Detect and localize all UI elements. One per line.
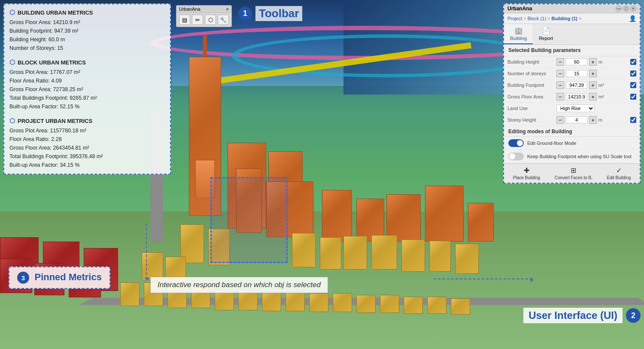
breadcrumb-sep3: > bbox=[579, 16, 581, 21]
building-tab-label: Building bbox=[510, 36, 527, 41]
param-check-storey-height[interactable] bbox=[630, 117, 636, 123]
param-value-height[interactable]: 60 bbox=[566, 58, 587, 65]
param-decrement-storeys[interactable]: − bbox=[556, 70, 564, 77]
ground-floor-mode-label: Edit Ground-floor Mode bbox=[527, 141, 576, 146]
ui-annotation-num: 2 bbox=[626, 308, 641, 323]
edit-building-label: Edit Building bbox=[607, 175, 631, 180]
toolbar-buttons: ▤ ✏ ⬡ 🔧 bbox=[176, 13, 231, 27]
project-metrics-title: ⬡ PROJECT URBAN METRICS bbox=[9, 117, 165, 125]
ui-annotation-label: User Interface (UI) bbox=[523, 308, 623, 323]
interactive-to-ui-arrow bbox=[434, 279, 532, 279]
building-metrics-icon: ⬡ bbox=[9, 9, 15, 16]
breadcrumb-building[interactable]: Building (1) bbox=[552, 16, 578, 21]
param-value-footprint[interactable]: 947.39 bbox=[566, 82, 587, 89]
toolbar-annotation: 1 Toolbar bbox=[238, 6, 302, 21]
param-label-height: Building Height bbox=[507, 59, 555, 64]
toolbar-btn-2[interactable]: ✏ bbox=[192, 15, 203, 25]
toolbar-annotation-label: Toolbar bbox=[255, 6, 302, 21]
building-metric-2: Building Footprint: 947.39 m² bbox=[9, 27, 165, 35]
ui-panel: UrbanAna — □ × Project > Block (1) > Bui… bbox=[503, 3, 641, 184]
param-value-storey-height[interactable]: 4 bbox=[566, 116, 587, 123]
panel-app-name: UrbanAna bbox=[507, 6, 532, 12]
block-metric-1: Gross Plot Area: 17767.07 m² bbox=[9, 68, 165, 77]
param-check-storeys[interactable] bbox=[630, 70, 636, 77]
panel-maximize-btn[interactable]: □ bbox=[623, 6, 629, 12]
project-metrics-icon: ⬡ bbox=[9, 117, 15, 125]
param-decrement-height[interactable]: − bbox=[556, 58, 564, 66]
convert-faces-btn[interactable]: ⊞ Convert Faces to B. bbox=[555, 166, 592, 180]
param-row-gfa: Gross Floor Area − 14210.9 + m² bbox=[504, 91, 640, 103]
param-increment-footprint[interactable]: + bbox=[589, 81, 597, 89]
param-value-storeys[interactable]: 15 bbox=[566, 70, 587, 77]
param-decrement-storey-height[interactable]: − bbox=[556, 116, 564, 124]
building-metric-4: Number of Storeys: 15 bbox=[9, 44, 165, 52]
selected-building-params-title: Selected Building parameters bbox=[504, 45, 640, 56]
toggle-keep-footprint[interactable] bbox=[508, 153, 524, 160]
project-metric-5: Built-up Area Factor: 34.15 % bbox=[9, 161, 165, 169]
interactive-label-text: Interactive respond based on which obj i… bbox=[158, 281, 321, 289]
toggle-knob-keep-footprint bbox=[509, 153, 515, 159]
breadcrumb-sep2: > bbox=[547, 16, 550, 21]
breadcrumb-block[interactable]: Block (1) bbox=[528, 16, 546, 21]
param-decrement-gfa[interactable]: − bbox=[556, 93, 564, 101]
block-metric-5: Built-up Area Factor: 52.15 % bbox=[9, 102, 165, 111]
project-metric-2: Floor Area Ratio: 2.28 bbox=[9, 135, 165, 144]
breadcrumb-project[interactable]: Project bbox=[507, 16, 522, 21]
place-building-btn[interactable]: ✚ Place Building bbox=[513, 166, 540, 180]
edit-mode-ground-floor: Edit Ground-floor Mode bbox=[504, 137, 640, 150]
building-metrics-section: ⬡ BUILDING URBAN METRICS Gross Floor Are… bbox=[9, 9, 165, 52]
param-row-building-height: Building Height − 60 + m bbox=[504, 56, 640, 68]
param-dropdown-landuse[interactable]: High Rise Low Rise Mixed Use Commercial bbox=[556, 104, 595, 112]
param-increment-height[interactable]: + bbox=[589, 58, 597, 66]
panel-breadcrumb: Project > Block (1) > Building (1) > 👤 bbox=[504, 13, 640, 24]
param-increment-storeys[interactable]: + bbox=[589, 70, 597, 77]
toggle-knob-ground-floor bbox=[517, 140, 523, 146]
keep-footprint-mode-label: Keep Building Footprint when using SU Sc… bbox=[527, 154, 632, 159]
report-tab-icon: 📄 bbox=[542, 27, 550, 35]
panel-close-btn[interactable]: × bbox=[630, 6, 636, 12]
param-increment-gfa[interactable]: + bbox=[589, 93, 597, 101]
param-unit-storey-height: m bbox=[598, 117, 608, 122]
param-row-footprint: Building Footprint − 947.39 + m² bbox=[504, 80, 640, 91]
building-metrics-title: ⬡ BUILDING URBAN METRICS bbox=[9, 9, 165, 16]
interactive-respond-label: Interactive respond based on which obj i… bbox=[150, 277, 328, 293]
toggle-ground-floor[interactable] bbox=[508, 139, 524, 147]
param-row-storey-height: Storey Height − 4 + m bbox=[504, 114, 640, 126]
pinned-metrics-label: 3 Pinned Metrics bbox=[9, 266, 110, 289]
param-unit-footprint: m² bbox=[598, 83, 608, 88]
toolbar-window: UrbanAna × ▤ ✏ ⬡ 🔧 bbox=[176, 5, 232, 27]
param-check-footprint[interactable] bbox=[630, 82, 636, 88]
panel-window-buttons: — □ × bbox=[616, 6, 636, 12]
project-metric-3: Gross Floor Area: 2643454.81 m² bbox=[9, 144, 165, 152]
convert-faces-icon: ⊞ bbox=[571, 166, 576, 174]
tab-building[interactable]: 🏢 Building bbox=[504, 24, 533, 44]
project-metric-1: Gross Plot Area: 1157780.18 m² bbox=[9, 126, 165, 135]
edit-building-btn[interactable]: ✓ Edit Building bbox=[607, 166, 631, 180]
block-metric-3: Gross Floor Area: 72738.25 m² bbox=[9, 85, 165, 94]
param-check-height[interactable] bbox=[630, 59, 636, 65]
tab-report[interactable]: 📄 Report bbox=[533, 24, 559, 44]
toolbar-btn-1[interactable]: ▤ bbox=[179, 15, 190, 25]
param-unit-gfa: m² bbox=[598, 94, 608, 99]
panel-minimize-btn[interactable]: — bbox=[616, 6, 622, 12]
pinned-text: Pinned Metrics bbox=[34, 272, 101, 282]
panel-tabs: 🏢 Building 📄 Report bbox=[504, 24, 640, 45]
toolbar-btn-3[interactable]: ⬡ bbox=[205, 15, 216, 25]
panel-title-bar: UrbanAna — □ × bbox=[504, 4, 640, 13]
param-decrement-footprint[interactable]: − bbox=[556, 81, 564, 89]
toolbar-close-btn[interactable]: × bbox=[226, 6, 229, 12]
building-tab-icon: 🏢 bbox=[514, 27, 523, 35]
param-check-gfa[interactable] bbox=[630, 94, 636, 100]
toolbar-btn-4[interactable]: 🔧 bbox=[218, 15, 229, 25]
place-building-label: Place Building bbox=[513, 175, 540, 180]
toolbar-annotation-num: 1 bbox=[238, 7, 252, 21]
convert-faces-label: Convert Faces to B. bbox=[555, 175, 592, 180]
param-label-storey-height: Storey Height bbox=[507, 117, 555, 122]
block-metrics-title: ⬡ BLOCK URBAN METRICS bbox=[9, 58, 165, 66]
param-value-gfa[interactable]: 14210.9 bbox=[566, 93, 587, 100]
breadcrumb-avatar-icon[interactable]: 👤 bbox=[629, 15, 636, 22]
toolbar-title-bar: UrbanAna × bbox=[176, 6, 231, 13]
param-increment-storey-height[interactable]: + bbox=[589, 116, 597, 124]
ui-annotation: User Interface (UI) 2 bbox=[523, 308, 641, 323]
project-metric-4: Total Buildings Footprint: 395376.48 m² bbox=[9, 152, 165, 161]
